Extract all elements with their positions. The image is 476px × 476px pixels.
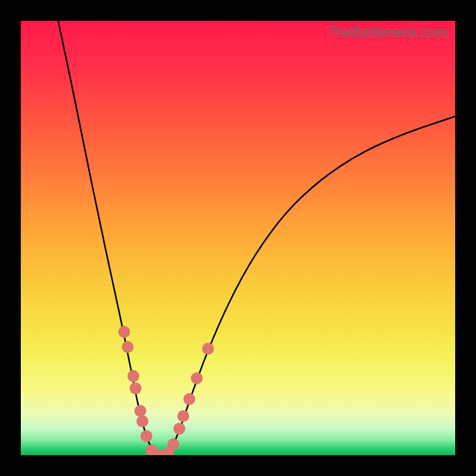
data-dot [127,370,139,382]
data-dot [140,430,152,442]
chart-frame: TheBottleneck.com [21,21,455,455]
data-dot [130,383,142,394]
chart-svg [21,21,455,455]
data-dot [202,343,214,355]
data-dot [183,393,195,405]
data-dot [191,372,203,384]
data-dot [177,410,189,422]
data-dots-group [118,326,214,455]
data-dot [173,423,185,435]
data-dot [167,439,179,450]
bottleneck-curve [58,21,455,454]
data-dot [136,415,148,427]
data-dot [134,405,146,417]
data-dot [122,341,134,353]
data-dot [118,326,130,338]
watermark-text: TheBottleneck.com [328,24,448,40]
